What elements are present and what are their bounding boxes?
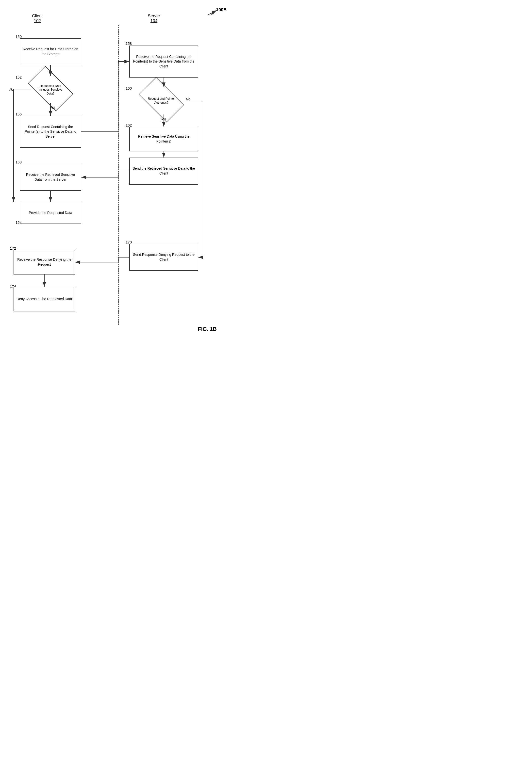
label-yes-160: Yes	[160, 117, 166, 121]
figure-caption: FIG. 1B	[198, 326, 217, 332]
label-158: 158	[126, 41, 132, 45]
label-152: 152	[16, 75, 22, 79]
label-154: 154	[16, 220, 22, 225]
diamond-152: Requested Data Includes Sensitive Data?	[31, 76, 70, 104]
box-170: Send Response Denying Request to the Cli…	[129, 244, 198, 271]
diamond-160: Request and Pointer Authentic?	[141, 87, 181, 114]
label-yes-152: Yes	[49, 106, 55, 109]
label-no-152: No	[9, 87, 14, 91]
box-164: Send the Retrieved Sensitive Data to the…	[129, 158, 198, 185]
figure-id-label: 100B	[216, 7, 227, 13]
box-168: Receive the Retrieved Sensitive Data fro…	[20, 164, 81, 191]
box-174: Deny Access to the Requested Data	[14, 287, 75, 312]
label-no-160: No	[186, 97, 190, 101]
diagram-container: 100B ↗ Client 102 Server 104 150 Receive…	[0, 0, 236, 340]
column-divider	[118, 25, 119, 325]
box-154: Provide the Requested Data	[20, 202, 81, 224]
figure-id-arrow: ↗	[210, 12, 213, 16]
server-column-header: Server 104	[148, 14, 160, 23]
box-172: Receive the Response Denying the Request	[14, 250, 75, 275]
box-156: Send Request Containing the Pointer(s) t…	[20, 116, 81, 148]
client-column-header: Client 102	[32, 14, 43, 23]
label-160: 160	[126, 86, 132, 90]
box-162: Retrieve Sensitive Data Using the Pointe…	[129, 127, 198, 151]
box-150: Receive Request for Data Stored on the S…	[20, 38, 81, 65]
box-158: Receive the Request Containing the Point…	[129, 45, 198, 77]
